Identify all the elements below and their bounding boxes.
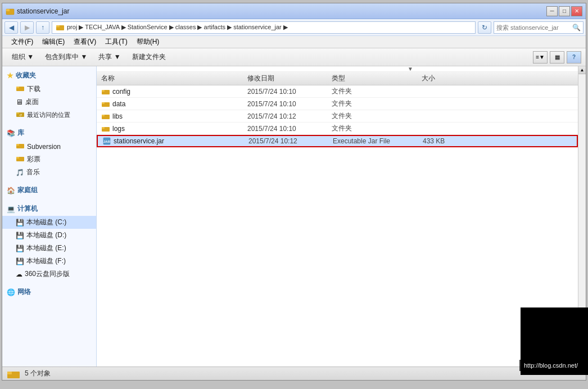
file-name: logs	[101, 125, 247, 133]
watermark: http://blog.csdn.net/	[519, 360, 582, 371]
menu-edit[interactable]: 编辑(E)	[38, 36, 69, 48]
organize-button[interactable]: 组织 ▼	[7, 50, 39, 65]
sidebar-computer-label: 计算机	[17, 204, 38, 214]
file-type: 文件夹	[332, 87, 422, 96]
caipiao-folder-icon	[16, 155, 25, 164]
back-button[interactable]: ◀	[4, 21, 18, 34]
sidebar-item-music[interactable]: 🎵 音乐	[2, 166, 96, 179]
sidebar-section-computer[interactable]: 💻 计算机	[2, 202, 96, 216]
sidebar: ★ 收藏夹 下载 🖥 桌面 ↺ 最近访问的位置	[2, 66, 97, 367]
window-icon	[6, 7, 15, 16]
sidebar-caipiao-label: 彩票	[27, 155, 40, 164]
search-input[interactable]	[496, 24, 572, 31]
recent-icon: ↺	[16, 110, 25, 120]
watermark-text: http://blog.csdn.net/	[524, 362, 578, 369]
col-name[interactable]: 名称	[101, 74, 247, 83]
file-date: 2015/7/24 10:12	[248, 137, 333, 145]
home-icon: 🏠	[7, 187, 15, 194]
sidebar-item-caipiao[interactable]: 彩票	[2, 153, 96, 166]
scroll-up-button[interactable]: ▲	[578, 66, 586, 74]
table-row[interactable]: logs 2015/7/24 10:10 文件夹	[97, 123, 578, 135]
search-icon: 🔍	[572, 24, 581, 31]
sidebar-item-desktop[interactable]: 🖥 桌面	[2, 96, 96, 108]
sidebar-item-downloads[interactable]: 下载	[2, 83, 96, 96]
status-folder-icon	[7, 368, 20, 379]
include-library-button[interactable]: 包含到库中 ▼	[40, 50, 92, 65]
music-icon: 🎵	[16, 169, 24, 177]
drive-e-icon: 💾	[16, 245, 24, 252]
svg-rect-14	[102, 90, 105, 92]
forward-button[interactable]: ▶	[20, 21, 34, 34]
library-icon: 📚	[7, 129, 15, 137]
address-path[interactable]: proj ▶ TECH_JAVA ▶ StationService ▶ clas…	[52, 21, 476, 34]
file-name: libs	[101, 112, 247, 120]
sidebar-desktop-label: 桌面	[25, 97, 39, 107]
table-row[interactable]: JAR stationservice.jar 2015/7/24 10:12 E…	[97, 135, 578, 147]
window-title: stationservice_jar	[17, 7, 69, 15]
svg-rect-16	[102, 102, 105, 104]
col-type-label: 类型	[332, 74, 345, 82]
sidebar-music-label: 音乐	[26, 168, 40, 177]
maximize-button[interactable]: □	[559, 6, 570, 16]
menu-help[interactable]: 帮助(H)	[132, 36, 164, 48]
file-name: JAR stationservice.jar	[102, 137, 248, 146]
file-rows-container: config 2015/7/24 10:10 文件夹 data 2015/7/2…	[97, 85, 578, 147]
sidebar-item-drive-d[interactable]: 💾 本地磁盘 (D:)	[2, 229, 96, 242]
sidebar-drive-c-label: 本地磁盘 (C:)	[26, 218, 66, 227]
menu-file[interactable]: 文件(F)	[7, 36, 38, 48]
star-icon: ★	[7, 71, 13, 80]
sidebar-downloads-label: 下载	[27, 84, 40, 94]
file-size: 433 KB	[423, 137, 468, 145]
drive-c-icon: 💾	[16, 219, 24, 227]
sidebar-section-favorites[interactable]: ★ 收藏夹	[2, 69, 96, 83]
sidebar-section-network[interactable]: 🌐 网络	[2, 285, 96, 299]
view-list-button[interactable]: ≡▼	[533, 51, 548, 64]
share-button[interactable]: 共享 ▼	[93, 50, 125, 65]
computer-icon: 💻	[7, 205, 15, 213]
drive-f-icon: 💾	[16, 257, 24, 265]
sidebar-item-subversion[interactable]: Subversion	[2, 140, 96, 153]
file-name: config	[101, 88, 247, 96]
status-bar-content: 5 个对象	[7, 368, 51, 379]
col-type[interactable]: 类型	[332, 74, 422, 83]
sidebar-section-homegroup[interactable]: 🏠 家庭组	[2, 183, 96, 197]
sidebar-item-drive-f[interactable]: 💾 本地磁盘 (F:)	[2, 255, 96, 268]
help-button[interactable]: ?	[567, 51, 581, 64]
folder-icon	[101, 125, 110, 133]
menu-tools[interactable]: 工具(T)	[101, 36, 132, 48]
table-row[interactable]: config 2015/7/24 10:10 文件夹	[97, 85, 578, 98]
folder-icon	[101, 100, 110, 108]
desktop-icon: 🖥	[16, 98, 23, 106]
table-row[interactable]: libs 2015/7/24 10:12 文件夹	[97, 110, 578, 123]
svg-rect-3	[56, 25, 60, 28]
subversion-folder-icon	[16, 142, 25, 151]
view-grid-button[interactable]: ▦	[550, 51, 564, 64]
file-date: 2015/7/24 10:12	[247, 112, 332, 120]
svg-rect-10	[16, 144, 19, 146]
address-bar: ◀ ▶ ↑ proj ▶ TECH_JAVA ▶ StationService …	[2, 19, 586, 36]
sidebar-item-drive-c[interactable]: 💾 本地磁盘 (C:)	[2, 216, 96, 229]
close-button[interactable]: ✕	[571, 6, 582, 16]
sidebar-item-recent[interactable]: ↺ 最近访问的位置	[2, 108, 96, 121]
sidebar-subversion-label: Subversion	[27, 143, 61, 151]
col-size[interactable]: 大小	[422, 74, 467, 83]
sidebar-item-drive-e[interactable]: 💾 本地磁盘 (E:)	[2, 242, 96, 255]
minimize-button[interactable]: ─	[546, 6, 558, 16]
search-box[interactable]: 🔍	[494, 21, 584, 34]
svg-rect-18	[102, 115, 105, 116]
sidebar-item-cloud360[interactable]: ☁ 360云盘同步版	[2, 268, 96, 281]
sidebar-section-library[interactable]: 📚 库	[2, 126, 96, 140]
status-count: 5 个对象	[25, 369, 51, 378]
new-folder-button[interactable]: 新建文件夹	[127, 50, 171, 65]
refresh-button[interactable]: ↻	[478, 21, 491, 34]
col-date[interactable]: 修改日期	[247, 74, 332, 83]
explorer-window: stationservice_jar ─ □ ✕ ◀ ▶ ↑ proj ▶ TE…	[2, 3, 586, 381]
menu-view[interactable]: 查看(V)	[69, 36, 101, 48]
folder-icon	[101, 112, 110, 120]
up-button[interactable]: ↑	[36, 21, 49, 34]
col-size-label: 大小	[422, 74, 435, 82]
cloud-icon: ☁	[16, 270, 22, 278]
file-type: 文件夹	[332, 124, 422, 133]
table-row[interactable]: data 2015/7/24 10:10 文件夹	[97, 98, 578, 110]
folder-icon	[16, 84, 25, 94]
